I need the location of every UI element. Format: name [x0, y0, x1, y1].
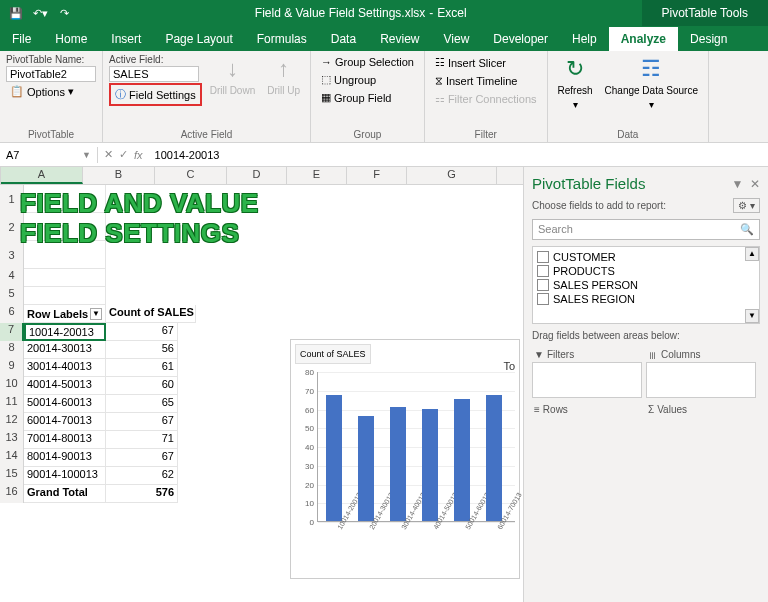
field-pane-subtitle: Choose fields to add to report: — [532, 200, 666, 211]
dropdown-icon: ▼ — [90, 308, 102, 320]
name-box[interactable]: A7▼ — [0, 147, 98, 163]
search-icon: 🔍 — [740, 223, 754, 236]
formula-bar: A7▼ ✕✓fx 10014-20013 — [0, 143, 768, 167]
columns-area-header: ⫼Columns — [646, 347, 756, 362]
ribbon: PivotTable Name: 📋 Options ▾ PivotTable … — [0, 51, 768, 143]
pivot-chart[interactable]: Count of SALES To 0102030405060708010014… — [290, 339, 520, 579]
field-customer[interactable]: CUSTOMER — [536, 250, 756, 264]
pivottable-fields-pane: PivotTable Fields ▼ ✕ Choose fields to a… — [523, 167, 768, 602]
selected-cell[interactable]: 10014-20013 — [24, 323, 106, 341]
chart-plot-area: 0102030405060708010014-2001320014-300133… — [317, 372, 515, 522]
refresh-button[interactable]: ↻Refresh▾ — [554, 54, 597, 128]
group-active-field: Active Field — [109, 128, 304, 141]
fx-icon[interactable]: fx — [134, 149, 143, 161]
filter-connections-button[interactable]: ⚏ Filter Connections — [431, 90, 541, 107]
chart-bar — [454, 399, 470, 521]
group-filter: Filter — [431, 128, 541, 141]
group-data: Data — [554, 128, 702, 141]
group-group: Group — [317, 128, 418, 141]
document-title: Field & Value Field Settings.xlsx — [255, 6, 426, 20]
chart-bar — [358, 416, 374, 521]
sigma-icon: Σ — [648, 404, 654, 415]
active-field-label: Active Field: — [109, 54, 202, 65]
redo-icon[interactable]: ↷ — [56, 5, 72, 21]
field-sales-person[interactable]: SALES PERSON — [536, 278, 756, 292]
tab-developer[interactable]: Developer — [481, 27, 560, 51]
enter-icon[interactable]: ✓ — [119, 148, 128, 161]
formula-input[interactable]: 10014-20013 — [149, 149, 768, 161]
rows-area-header: ≡Rows — [532, 402, 642, 417]
group-pivottable: PivotTable — [6, 128, 96, 141]
col-F[interactable]: F — [347, 167, 407, 184]
chart-bar — [326, 395, 342, 521]
col-H[interactable]: H — [497, 167, 523, 184]
change-data-source-button[interactable]: ☶Change Data Source▾ — [601, 54, 702, 128]
tab-analyze[interactable]: Analyze — [609, 27, 678, 51]
overlay-title: FIELD AND VALUE FIELD SETTINGS — [20, 189, 259, 249]
pivot-count-header: Count of SALES — [106, 305, 196, 323]
field-pane-menu-icon[interactable]: ▼ — [731, 177, 743, 191]
pivottable-name-input[interactable] — [6, 66, 96, 82]
field-settings-button[interactable]: ⓘ Field Settings — [109, 83, 202, 106]
rows-icon: ≡ — [534, 404, 540, 415]
field-sales-region[interactable]: SALES REGION — [536, 292, 756, 306]
filter-icon: ▼ — [534, 349, 544, 360]
filters-drop-area[interactable] — [532, 362, 642, 398]
cancel-icon[interactable]: ✕ — [104, 148, 113, 161]
tab-data[interactable]: Data — [319, 27, 368, 51]
col-B[interactable]: B — [83, 167, 155, 184]
search-input[interactable]: Search🔍 — [532, 219, 760, 240]
close-icon[interactable]: ✕ — [750, 177, 760, 191]
pivot-row-labels-header[interactable]: Row Labels▼ — [24, 305, 106, 323]
chart-axis-title: To — [503, 360, 515, 372]
col-C[interactable]: C — [155, 167, 227, 184]
drag-fields-label: Drag fields between areas below: — [532, 330, 760, 341]
chart-bar — [390, 407, 406, 521]
ribbon-tabs: File Home Insert Page Layout Formulas Da… — [0, 26, 768, 51]
col-A[interactable]: A — [1, 167, 83, 184]
field-products[interactable]: PRODUCTS — [536, 264, 756, 278]
chart-bar — [486, 395, 502, 521]
columns-drop-area[interactable] — [646, 362, 756, 398]
tab-design[interactable]: Design — [678, 27, 739, 51]
chart-bar — [422, 409, 438, 522]
active-field-input[interactable] — [109, 66, 199, 82]
tab-help[interactable]: Help — [560, 27, 609, 51]
pivottable-name-label: PivotTable Name: — [6, 54, 96, 65]
insert-timeline-button[interactable]: ⧖ Insert Timeline — [431, 72, 541, 89]
col-G[interactable]: G — [407, 167, 497, 184]
tab-page-layout[interactable]: Page Layout — [153, 27, 244, 51]
tab-formulas[interactable]: Formulas — [245, 27, 319, 51]
tab-view[interactable]: View — [432, 27, 482, 51]
scroll-down-icon[interactable]: ▼ — [745, 309, 759, 323]
filters-area-header: ▼Filters — [532, 347, 642, 362]
worksheet[interactable]: A B C D E F G H 1 2 3 4 5 6 7 8 9 10 — [0, 167, 523, 602]
undo-icon[interactable]: ↶▾ — [32, 5, 48, 21]
ungroup-button[interactable]: ⬚ Ungroup — [317, 71, 418, 88]
values-area-header: ΣValues — [646, 402, 756, 417]
save-icon[interactable]: 💾 — [8, 5, 24, 21]
chart-title: Count of SALES — [295, 344, 371, 364]
field-list: ▲ CUSTOMER PRODUCTS SALES PERSON SALES R… — [532, 246, 760, 324]
contextual-tab-label: PivotTable Tools — [642, 0, 769, 26]
tab-home[interactable]: Home — [43, 27, 99, 51]
group-selection-button[interactable]: → Group Selection — [317, 54, 418, 70]
grand-total-label: Grand Total — [24, 485, 106, 503]
options-button[interactable]: 📋 Options ▾ — [6, 83, 96, 100]
drill-up-button[interactable]: ↑Drill Up — [263, 54, 304, 128]
grand-total-value: 576 — [106, 485, 178, 503]
tab-review[interactable]: Review — [368, 27, 431, 51]
app-name: Excel — [437, 6, 466, 20]
insert-slicer-button[interactable]: ☷ Insert Slicer — [431, 54, 541, 71]
field-pane-title: PivotTable Fields — [532, 175, 645, 192]
tab-insert[interactable]: Insert — [99, 27, 153, 51]
drill-down-button[interactable]: ↓Drill Down — [206, 54, 260, 128]
gear-icon[interactable]: ⚙ ▾ — [733, 198, 760, 213]
tab-file[interactable]: File — [0, 27, 43, 51]
columns-icon: ⫼ — [648, 349, 658, 360]
group-field-button[interactable]: ▦ Group Field — [317, 89, 418, 106]
col-E[interactable]: E — [287, 167, 347, 184]
scroll-up-icon[interactable]: ▲ — [745, 247, 759, 261]
title-bar: 💾 ↶▾ ↷ Field & Value Field Settings.xlsx… — [0, 0, 768, 26]
col-D[interactable]: D — [227, 167, 287, 184]
